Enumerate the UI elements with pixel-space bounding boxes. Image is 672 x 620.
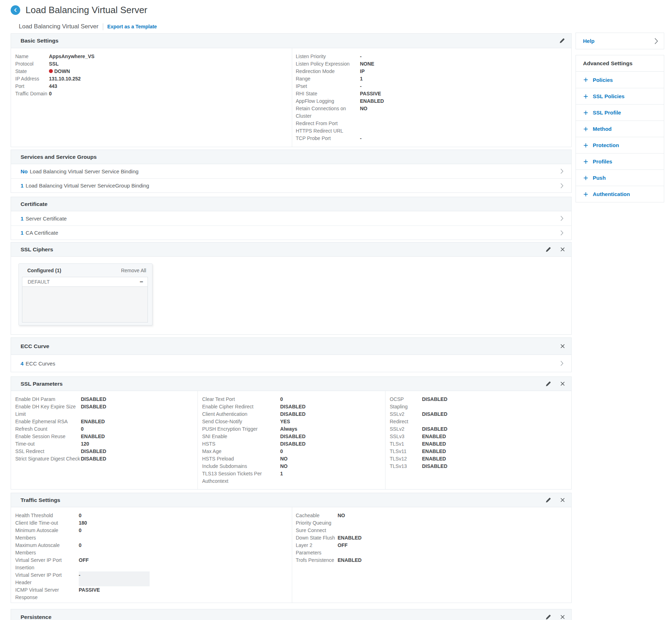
close-ssl-parameters-button[interactable] bbox=[560, 381, 565, 386]
field-row: ICMP Virtual Server Response PASSIVE bbox=[15, 586, 292, 601]
export-as-template-link[interactable]: Export as a Template bbox=[107, 24, 157, 29]
field-row: Priority Queuing bbox=[296, 519, 571, 527]
field-value: ENABLED bbox=[81, 418, 105, 425]
field-label: HSTS Preload bbox=[202, 455, 280, 463]
field-label: Enable Ephemeral RSA bbox=[15, 418, 81, 425]
field-value: 0 bbox=[49, 90, 52, 97]
advanced-settings-item[interactable]: + Policies bbox=[576, 72, 664, 88]
field-label: Sure Connect bbox=[296, 527, 338, 534]
field-label: Listen Priority bbox=[296, 53, 360, 60]
advanced-settings-item[interactable]: + SSL Policies bbox=[576, 88, 664, 104]
binding-row[interactable]: 1 CA Certificate bbox=[11, 225, 571, 240]
field-row: Trofs Persistence ENABLED bbox=[296, 557, 571, 564]
field-value: DISABLED bbox=[422, 425, 448, 433]
field-value-text: 0 bbox=[49, 91, 52, 96]
ssl-parameters-header: SSL Parameters bbox=[11, 377, 571, 391]
field-value: 0 bbox=[79, 542, 82, 557]
advanced-settings-item[interactable]: + Protection bbox=[576, 137, 664, 153]
edit-persistence-button[interactable] bbox=[545, 614, 551, 620]
close-icon bbox=[560, 381, 565, 386]
field-row: SSLv3 ENABLED bbox=[390, 433, 571, 440]
close-icon bbox=[560, 498, 565, 502]
field-label: Maximum Autoscale Members bbox=[15, 542, 79, 557]
field-value: 0 bbox=[280, 396, 283, 403]
advanced-settings-item[interactable]: + Method bbox=[576, 121, 664, 137]
field-label: Refresh Count bbox=[15, 425, 81, 433]
binding-row[interactable]: 4 ECC Curves bbox=[11, 355, 571, 372]
services-title: Services and Service Groups bbox=[21, 154, 97, 160]
field-value: 443 bbox=[49, 83, 57, 90]
edit-traffic-settings-button[interactable] bbox=[545, 497, 551, 503]
field-label: SSLv3 bbox=[390, 433, 422, 440]
plus-icon: + bbox=[583, 109, 588, 116]
field-value: 0 bbox=[79, 527, 82, 542]
field-value: 1 bbox=[280, 470, 283, 485]
field-label: PUSH Encryption Trigger bbox=[202, 425, 280, 433]
field-value: - bbox=[360, 83, 362, 90]
basic-settings-header: Basic Settings bbox=[11, 34, 571, 48]
field-value: 120 bbox=[81, 440, 89, 448]
advanced-settings-item[interactable]: + Profiles bbox=[576, 153, 664, 169]
close-ssl-ciphers-button[interactable] bbox=[560, 247, 565, 252]
advanced-item-label: SSL Profile bbox=[593, 110, 621, 116]
field-row: Enable Ephemeral RSA ENABLED bbox=[15, 418, 198, 425]
advanced-settings-item[interactable]: + Authentication bbox=[576, 186, 664, 202]
field-row: Name AppsAnywhere_VS bbox=[15, 53, 292, 60]
field-label: Name bbox=[15, 53, 49, 60]
field-row: Health Threshold 0 bbox=[15, 512, 292, 519]
back-button[interactable] bbox=[11, 5, 20, 15]
advanced-settings-item[interactable]: + SSL Profile bbox=[576, 104, 664, 121]
help-panel[interactable]: Help bbox=[576, 33, 664, 49]
binding-row[interactable]: 1 Server Certificate bbox=[11, 211, 571, 225]
advanced-settings-panel: Advanced Settings + Policies + SSL Polic… bbox=[576, 55, 664, 202]
close-traffic-settings-button[interactable] bbox=[560, 498, 565, 502]
close-persistence-button[interactable] bbox=[560, 615, 565, 619]
binding-count: 1 bbox=[21, 230, 23, 236]
field-label: Enable Session Reuse bbox=[15, 433, 81, 440]
services-header: Services and Service Groups bbox=[11, 150, 571, 164]
field-label: Priority Queuing bbox=[296, 519, 338, 527]
advanced-settings-item[interactable]: + Push bbox=[576, 169, 664, 186]
field-row: Redirect From Port bbox=[296, 120, 571, 127]
binding-row[interactable]: 1 Load Balancing Virtual Server ServiceG… bbox=[11, 178, 571, 192]
close-ecc-curve-button[interactable] bbox=[560, 344, 565, 348]
field-value: 1 bbox=[360, 75, 363, 83]
field-label: Down State Flush bbox=[296, 534, 338, 542]
advanced-settings-items: + Policies + SSL Policies + SSL Profile … bbox=[576, 72, 664, 202]
minus-icon[interactable]: − bbox=[140, 279, 143, 285]
services-rows: No Load Balancing Virtual Server Service… bbox=[11, 164, 571, 192]
plus-icon: + bbox=[583, 174, 588, 181]
ssl-parameters-column-1: Enable DH Param DISABLED Enable DH Key E… bbox=[11, 391, 198, 489]
field-label: ICMP Virtual Server Response bbox=[15, 586, 79, 601]
field-label: Health Threshold bbox=[15, 512, 79, 519]
pencil-icon bbox=[559, 38, 565, 44]
field-value: 131.10.10.252 bbox=[49, 75, 81, 83]
traffic-settings-right-column: Cacheable NO Priority Queuing Sure Conne… bbox=[292, 507, 571, 603]
plus-icon: + bbox=[583, 76, 588, 83]
field-label: Cacheable bbox=[296, 512, 338, 519]
field-label: Listen Policy Expression bbox=[296, 60, 360, 68]
advanced-item-label: Push bbox=[593, 175, 606, 181]
field-value: 0 bbox=[81, 425, 84, 433]
cipher-list-item[interactable]: DEFAULT − bbox=[22, 277, 148, 287]
field-value: IP bbox=[360, 68, 365, 75]
traffic-settings-title: Traffic Settings bbox=[21, 497, 60, 503]
edit-ssl-ciphers-button[interactable] bbox=[545, 247, 551, 252]
traffic-settings-header: Traffic Settings bbox=[11, 493, 571, 507]
edit-basic-settings-button[interactable] bbox=[559, 38, 565, 44]
pencil-icon bbox=[545, 614, 551, 620]
field-label: Client Idle Time-out bbox=[15, 519, 79, 527]
advanced-item-label: Authentication bbox=[593, 191, 630, 197]
binding-row[interactable]: No Load Balancing Virtual Server Service… bbox=[11, 164, 571, 178]
persistence-title: Persistence bbox=[21, 614, 51, 620]
remove-all-button[interactable]: Remove All bbox=[121, 268, 146, 273]
pencil-icon bbox=[545, 247, 551, 252]
field-value: ENABLED bbox=[338, 534, 362, 542]
edit-ssl-parameters-button[interactable] bbox=[545, 381, 551, 387]
field-label: Client Authentication bbox=[202, 410, 280, 418]
basic-settings-right-column: Listen Priority - Listen Policy Expressi… bbox=[292, 48, 571, 147]
field-label: Retain Connections on Cluster bbox=[296, 105, 360, 120]
status-down-dot bbox=[49, 69, 53, 73]
cipher-list: DEFAULT − bbox=[22, 277, 148, 323]
ecc-curve-header: ECC Curve bbox=[11, 338, 571, 355]
